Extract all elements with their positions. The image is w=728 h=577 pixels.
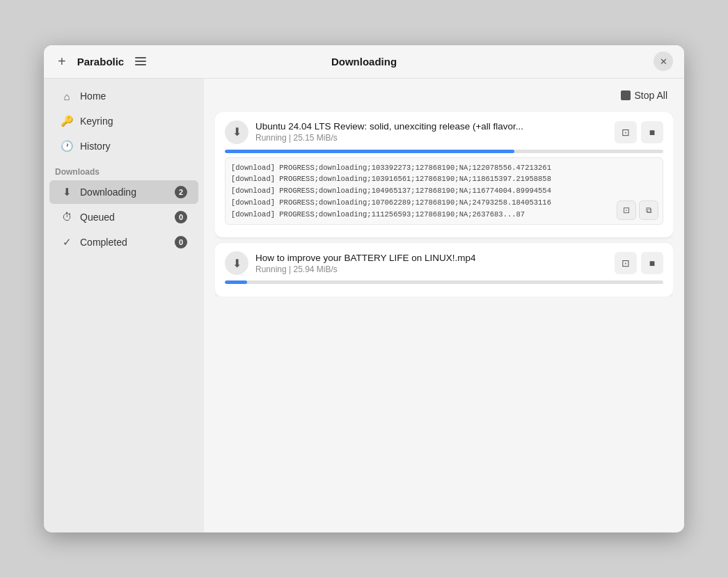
add-button[interactable]: + (55, 52, 69, 71)
log-screenshot-btn[interactable]: ⊡ (617, 200, 636, 220)
sidebar-item-queued[interactable]: ⏱ Queued 0 (49, 205, 198, 229)
sidebar-item-completed[interactable]: ✓ Completed 0 (49, 230, 198, 254)
progress-bar-fill-2 (225, 280, 247, 284)
download-card-1: ⬇ Ubuntu 24.04 LTS Review: solid, unexci… (215, 112, 673, 238)
stop-all-label: Stop All (635, 90, 667, 101)
download-actions-2: ⊡ ■ (615, 252, 663, 274)
downloads-list: ⬇ Ubuntu 24.04 LTS Review: solid, unexci… (215, 112, 673, 297)
log-copy-btn[interactable]: ⧉ (639, 200, 658, 220)
stop-button-1[interactable]: ■ (641, 121, 663, 143)
sidebar-item-home[interactable]: ⌂ Home (49, 85, 198, 108)
app-body: ⌂ Home 🔑 Keyring 🕐 History Downloads ⬇ D… (44, 79, 684, 532)
history-icon: 🕐 (61, 140, 73, 152)
stop-all-icon (621, 90, 631, 100)
download-title-2: How to improve your BATTERY LIFE on LINU… (255, 253, 608, 263)
log-line: [download] PROGRESS;downloading;11125659… (231, 209, 657, 221)
downloads-section-label: Downloads (44, 159, 204, 180)
app-window: + Parabolic Downloading ✕ ⌂ Home 🔑 Keyri… (44, 45, 684, 532)
download-arrow-icon-1: ⬇ (225, 120, 248, 144)
stop-all-button[interactable]: Stop All (615, 87, 673, 104)
sidebar: ⌂ Home 🔑 Keyring 🕐 History Downloads ⬇ D… (44, 79, 204, 532)
close-button[interactable]: ✕ (654, 52, 673, 71)
sidebar-item-label-queued: Queued (80, 212, 115, 223)
progress-bar-fill-1 (225, 150, 514, 153)
download-status-1: Running | 25.15 MiB/s (255, 133, 608, 143)
log-line: [download] PROGRESS;downloading;10339227… (231, 162, 657, 174)
log-area-1[interactable]: [download] PROGRESS;downloading;10339227… (225, 157, 663, 226)
completed-icon: ✓ (61, 236, 73, 248)
home-icon: ⌂ (61, 90, 73, 102)
sidebar-item-label-home: Home (80, 90, 106, 102)
log-line: [download] PROGRESS;downloading;10391656… (231, 173, 657, 185)
main-content: Stop All ⬇ Ubuntu 24.04 LTS Review: soli… (204, 79, 684, 532)
download-arrow-icon-2: ⬇ (225, 251, 248, 275)
log-line: [download] PROGRESS;downloading;10706228… (231, 197, 657, 209)
completed-badge: 0 (175, 236, 187, 248)
download-header-2: ⬇ How to improve your BATTERY LIFE on LI… (225, 251, 663, 275)
sidebar-item-label-downloading: Downloading (80, 187, 136, 198)
stop-button-2[interactable]: ■ (641, 252, 663, 274)
sidebar-item-label-keyring: Keyring (80, 116, 113, 127)
sidebar-item-label-history: History (80, 141, 111, 152)
sidebar-item-downloading[interactable]: ⬇ Downloading 2 (49, 180, 198, 204)
log-copy-btns: ⊡ ⧉ (617, 200, 658, 220)
menu-button[interactable] (132, 54, 149, 68)
titlebar: + Parabolic Downloading ✕ (44, 45, 684, 79)
download-info-2: How to improve your BATTERY LIFE on LINU… (255, 253, 608, 274)
titlebar-left: + Parabolic (55, 52, 149, 71)
view-button-1[interactable]: ⊡ (615, 121, 637, 143)
download-status-2: Running | 25.94 MiB/s (255, 264, 608, 274)
downloading-icon: ⬇ (61, 186, 73, 198)
download-actions-1: ⊡ ■ (615, 121, 663, 143)
sidebar-item-keyring[interactable]: 🔑 Keyring (49, 109, 198, 133)
download-info-1: Ubuntu 24.04 LTS Review: solid, unexciti… (255, 121, 608, 143)
download-card-2: ⬇ How to improve your BATTERY LIFE on LI… (215, 243, 673, 297)
log-line: [download] PROGRESS;downloading;10496513… (231, 185, 657, 197)
view-button-2[interactable]: ⊡ (615, 252, 637, 274)
app-name: Parabolic (77, 56, 125, 68)
sidebar-item-label-completed: Completed (80, 237, 127, 248)
queued-badge: 0 (175, 211, 187, 223)
download-header-1: ⬇ Ubuntu 24.04 LTS Review: solid, unexci… (225, 120, 663, 144)
window-title: Downloading (331, 56, 397, 68)
keyring-icon: 🔑 (61, 115, 73, 127)
progress-bar-container-1 (225, 150, 663, 153)
sidebar-item-history[interactable]: 🕐 History (49, 134, 198, 158)
downloading-badge: 2 (175, 186, 187, 198)
progress-bar-container-2 (225, 280, 663, 284)
queued-icon: ⏱ (61, 211, 73, 223)
main-header: Stop All (215, 87, 673, 104)
download-title-1: Ubuntu 24.04 LTS Review: solid, unexciti… (255, 121, 608, 132)
